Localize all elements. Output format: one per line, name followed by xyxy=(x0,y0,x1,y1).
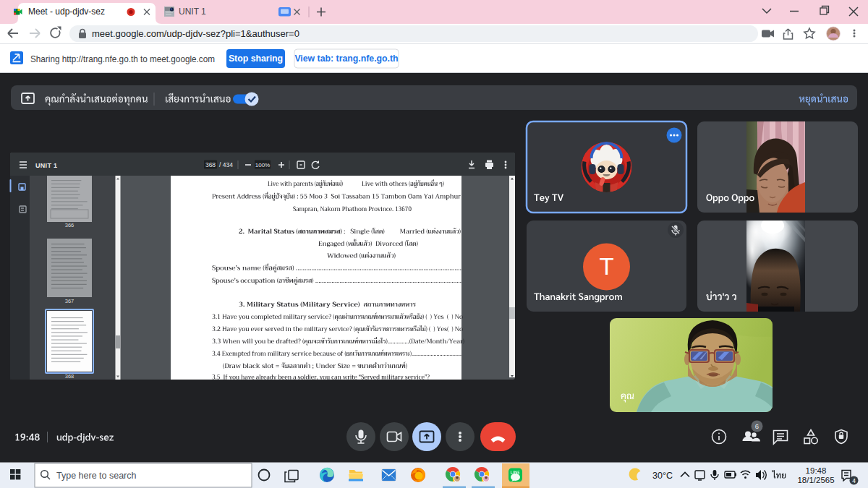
svg-text:UNIT 1: UNIT 1 xyxy=(35,162,57,169)
svg-text:6: 6 xyxy=(755,422,759,430)
svg-text:T: T xyxy=(599,253,613,280)
svg-text:367: 367 xyxy=(65,298,75,304)
svg-text:/ 434: / 434 xyxy=(219,161,233,168)
svg-text:Type here to search: Type here to search xyxy=(56,471,137,481)
svg-text:Stop sharing: Stop sharing xyxy=(229,53,283,64)
svg-text:368: 368 xyxy=(65,373,75,380)
svg-text:meet.google.com/udp-djdv-sez?p: meet.google.com/udp-djdv-sez?pli=1&authu… xyxy=(92,28,299,39)
svg-text:18/1/2565: 18/1/2565 xyxy=(797,476,834,484)
svg-text:Sharing http://trang.nfe.go.th: Sharing http://trang.nfe.go.th to meet.g… xyxy=(30,54,215,64)
svg-text:View tab: trang.nfe.go.th: View tab: trang.nfe.go.th xyxy=(294,53,398,64)
svg-text:Meet - udp-djdv-sez: Meet - udp-djdv-sez xyxy=(28,7,105,17)
svg-text:4: 4 xyxy=(852,477,856,484)
svg-text:366: 366 xyxy=(65,222,75,228)
svg-text:UNIT 1: UNIT 1 xyxy=(179,7,206,17)
svg-text:100%: 100% xyxy=(255,162,270,168)
svg-text:19:48: 19:48 xyxy=(806,466,827,475)
svg-text:30°C: 30°C xyxy=(652,471,673,481)
svg-text:368: 368 xyxy=(205,161,216,168)
